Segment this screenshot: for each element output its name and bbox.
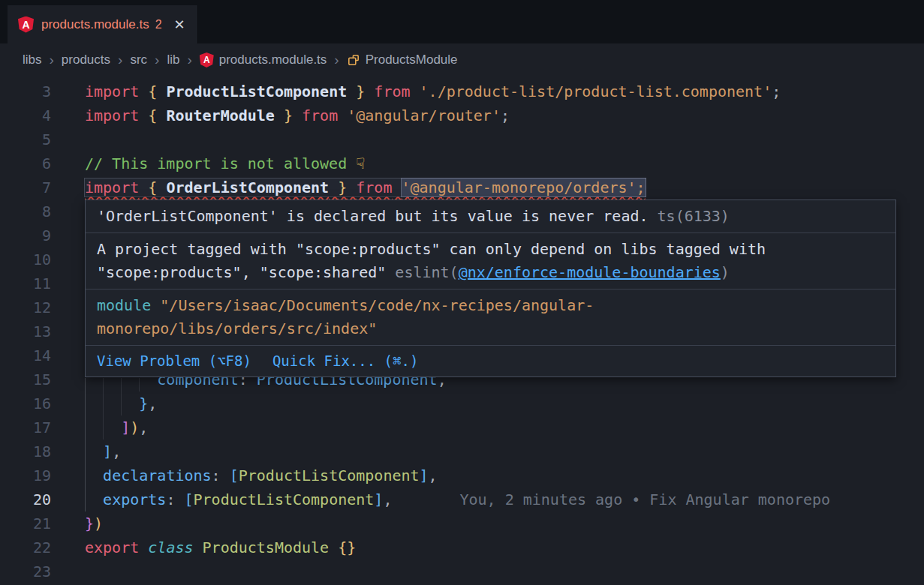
hover-action-view-problem[interactable]: View Problem (⌥F8) bbox=[97, 350, 251, 373]
error-range: import { OrderListComponent } from '@ang… bbox=[85, 178, 646, 196]
line-number[interactable]: 20 bbox=[0, 488, 51, 512]
hover-section-1: A project tagged with "scope:products" c… bbox=[86, 233, 895, 290]
line-number[interactable]: 21 bbox=[0, 512, 51, 536]
code-line-3[interactable]: 3import { ProductListComponent } from '.… bbox=[0, 80, 924, 104]
tab-problems-badge: 2 bbox=[155, 18, 162, 32]
line-number[interactable]: 17 bbox=[0, 416, 51, 440]
line-number[interactable]: 18 bbox=[0, 440, 51, 464]
breadcrumb-item-src[interactable]: src bbox=[130, 52, 147, 68]
line-number[interactable]: 23 bbox=[0, 560, 51, 584]
code-line-18[interactable]: 18 ], bbox=[0, 440, 924, 464]
line-number[interactable]: 16 bbox=[0, 392, 51, 416]
line-number[interactable]: 8 bbox=[0, 200, 51, 224]
line-number[interactable]: 5 bbox=[0, 128, 51, 152]
indent-guide bbox=[103, 378, 104, 440]
line-content bbox=[51, 560, 85, 584]
breadcrumb-item-products[interactable]: products bbox=[62, 52, 110, 68]
breadcrumb-item-products.module.ts[interactable]: Aproducts.module.ts bbox=[200, 52, 327, 68]
close-icon[interactable]: ✕ bbox=[174, 16, 185, 33]
indent-guide bbox=[85, 378, 86, 512]
hover-section-0: 'OrderListComponent' is declared but its… bbox=[86, 200, 895, 233]
line-number[interactable]: 10 bbox=[0, 248, 51, 272]
hover-section-2: module "/Users/isaac/Documents/code/nx-r… bbox=[86, 290, 895, 346]
breadcrumb-item-lib[interactable]: lib bbox=[167, 52, 179, 68]
code-line-4[interactable]: 4import { RouterModule } from '@angular/… bbox=[0, 104, 924, 128]
line-content: ]), bbox=[51, 416, 148, 440]
breadcrumb-separator: › bbox=[334, 52, 339, 67]
breadcrumb-item-ProductsModule[interactable]: ProductsModule bbox=[347, 52, 458, 68]
line-content: }) bbox=[51, 512, 103, 536]
breadcrumb: libs›products›src›lib›Aproducts.module.t… bbox=[0, 44, 924, 76]
line-number[interactable]: 12 bbox=[0, 296, 51, 320]
line-number[interactable]: 14 bbox=[0, 344, 51, 368]
line-content bbox=[51, 272, 85, 296]
tab-products-module[interactable]: A products.module.ts 2 ✕ bbox=[8, 5, 198, 44]
code-line-22[interactable]: 22export class ProductsModule {} bbox=[0, 536, 924, 560]
line-content bbox=[51, 128, 85, 152]
line-number[interactable]: 4 bbox=[0, 104, 51, 128]
breadcrumb-separator: › bbox=[118, 52, 122, 67]
line-content: import { RouterModule } from '@angular/r… bbox=[51, 104, 510, 128]
breadcrumb-separator: › bbox=[50, 52, 54, 67]
line-number[interactable]: 22 bbox=[0, 536, 51, 560]
line-content bbox=[51, 248, 85, 272]
indent-guide bbox=[139, 378, 140, 392]
hover-actions: View Problem (⌥F8)Quick Fix... (⌘.) bbox=[86, 346, 895, 376]
line-number[interactable]: 15 bbox=[0, 368, 51, 392]
line-content: import { ProductListComponent } from './… bbox=[51, 80, 781, 104]
line-content bbox=[51, 320, 85, 344]
line-number[interactable]: 19 bbox=[0, 464, 51, 488]
code-line-21[interactable]: 21}) bbox=[0, 512, 924, 536]
code-line-6[interactable]: 6// This import is not allowed ☟ bbox=[0, 152, 924, 176]
line-number[interactable]: 11 bbox=[0, 272, 51, 296]
code-line-17[interactable]: 17 ]), bbox=[0, 416, 924, 440]
editor: 3import { ProductListComponent } from '.… bbox=[0, 76, 924, 585]
line-content: import { OrderListComponent } from '@ang… bbox=[51, 176, 646, 200]
angular-icon: A bbox=[200, 52, 214, 68]
class-symbol-icon bbox=[347, 53, 360, 67]
line-number[interactable]: 3 bbox=[0, 80, 51, 104]
code-line-19[interactable]: 19 declarations: [ProductListComponent], bbox=[0, 464, 924, 488]
code-line-7[interactable]: 7import { OrderListComponent } from '@an… bbox=[0, 176, 924, 200]
line-content: ], bbox=[51, 440, 121, 464]
line-content: export class ProductsModule {} bbox=[51, 536, 356, 560]
code-line-5[interactable]: 5 bbox=[0, 128, 924, 152]
tab-title: products.module.ts bbox=[41, 17, 149, 32]
hover-sections: 'OrderListComponent' is declared but its… bbox=[86, 200, 895, 346]
breadcrumb-item-libs[interactable]: libs bbox=[23, 52, 42, 68]
eslint-rule-link[interactable]: @nx/enforce-module-boundaries bbox=[459, 263, 721, 281]
line-content: declarations: [ProductListComponent], bbox=[51, 464, 438, 488]
code-line-16[interactable]: 16 }, bbox=[0, 392, 924, 416]
hover-action-quick-fix[interactable]: Quick Fix... (⌘.) bbox=[272, 350, 418, 373]
line-number[interactable]: 7 bbox=[0, 176, 51, 200]
line-content bbox=[51, 200, 85, 224]
line-number[interactable]: 9 bbox=[0, 224, 51, 248]
line-content bbox=[51, 344, 85, 368]
tab-bar: A products.module.ts 2 ✕ bbox=[0, 0, 924, 44]
angular-icon: A bbox=[18, 16, 34, 33]
line-number[interactable]: 13 bbox=[0, 320, 51, 344]
line-content: // This import is not allowed ☟ bbox=[51, 152, 365, 176]
indent-guide bbox=[121, 378, 122, 416]
git-blame-annotation: You, 2 minutes ago • Fix Angular monorep… bbox=[459, 490, 830, 508]
line-number[interactable]: 6 bbox=[0, 152, 51, 176]
breadcrumb-separator: › bbox=[187, 52, 191, 67]
hover-popup: 'OrderListComponent' is declared but its… bbox=[85, 200, 896, 377]
line-content bbox=[51, 224, 85, 248]
code-line-23[interactable]: 23 bbox=[0, 560, 924, 584]
line-content: }, bbox=[51, 392, 157, 416]
line-content: exports: [ProductListComponent],You, 2 m… bbox=[51, 488, 830, 512]
line-content bbox=[51, 296, 85, 320]
breadcrumb-separator: › bbox=[155, 52, 159, 67]
code-line-20[interactable]: 20 exports: [ProductListComponent],You, … bbox=[0, 488, 924, 512]
